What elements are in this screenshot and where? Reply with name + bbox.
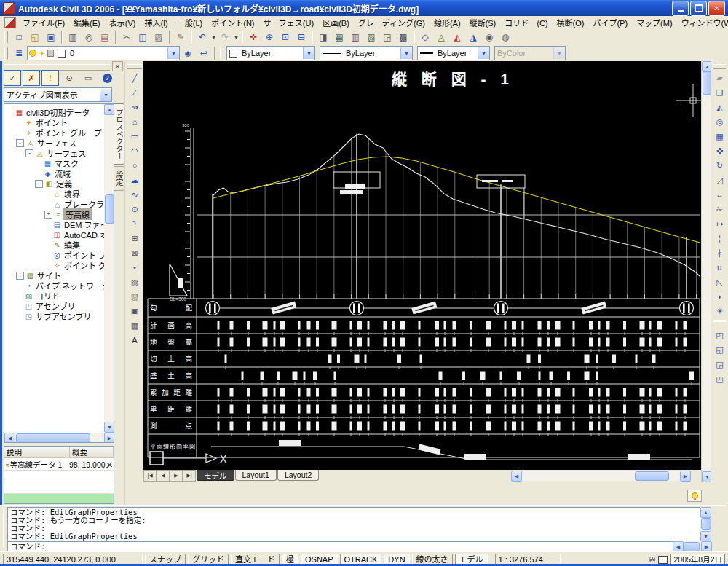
settings-toggle-button[interactable]: ✗ [23, 70, 40, 86]
tree-expander-icon[interactable]: - [35, 180, 43, 188]
linetype-combobox[interactable]: ByLayer ▼ [320, 46, 413, 60]
command-vertical-scrollbar[interactable]: ▲ ▼ [700, 507, 711, 541]
layout-nav-button-0[interactable]: |◀ [143, 470, 157, 482]
layout-nav-button-3[interactable]: ▶| [183, 470, 196, 482]
table-button[interactable]: ▦ [127, 318, 143, 333]
markup-set-manager-button[interactable]: ◲ [379, 29, 395, 45]
region-button[interactable]: ▣ [127, 304, 143, 318]
tree-item[interactable]: -◬サーフェス [4, 138, 114, 148]
chevron-down-icon[interactable]: ▼ [478, 47, 489, 59]
layout-nav-button-2[interactable]: ▶ [170, 470, 183, 482]
toolbar-grip[interactable] [220, 47, 223, 59]
survey-toggle-button[interactable]: ! [41, 70, 59, 86]
menu-item-4[interactable]: 一般(L) [173, 15, 207, 30]
tray-cell[interactable] [687, 490, 702, 502]
move-button[interactable]: ✜ [712, 144, 727, 158]
array-button[interactable]: ▦ [712, 129, 727, 144]
tree-item[interactable]: △ブレークライン [4, 199, 114, 209]
survey-tools-button[interactable]: ◉ [481, 29, 497, 45]
arc-button[interactable]: ◠ [127, 144, 143, 158]
tab-model[interactable]: モデル [197, 470, 234, 481]
tool-palettes-button[interactable]: ▥ [347, 29, 363, 45]
extend-button[interactable]: ↦ [712, 216, 727, 231]
color-combobox[interactable]: ByLayer ▼ [226, 46, 315, 60]
column-header-summary[interactable]: 概要 [70, 447, 114, 457]
profile-view-canvas[interactable]: 縦 断 図 - 1300DL=300勾配計画高地盤高切土高盛土高累加距離単距離測… [143, 61, 701, 470]
undo-button[interactable]: ↶ [194, 29, 210, 45]
insert-block-button[interactable]: ⊞ [127, 231, 143, 245]
revcloud-button[interactable]: ☁ [127, 173, 143, 187]
alignment-tools-button[interactable]: ◭ [449, 29, 465, 45]
copy-object-button[interactable]: ❏ [712, 85, 727, 100]
tree-item[interactable]: ◈流域 [4, 168, 114, 178]
properties-button[interactable]: ◨ [315, 29, 331, 45]
mtext-button[interactable]: A [127, 333, 143, 347]
construction-line-button[interactable]: ∕ [127, 85, 143, 100]
open-button[interactable]: ◱ [27, 29, 43, 45]
designcenter-button[interactable]: ▦ [331, 29, 347, 45]
tree-item[interactable]: +▧サイト [4, 270, 114, 280]
toolbar-grip[interactable] [4, 31, 8, 43]
layer-previous-button[interactable]: ↩ [196, 45, 212, 61]
layer-manager-button[interactable]: ≣ [11, 45, 27, 61]
erase-button[interactable]: ▰ [712, 71, 727, 85]
send-under-button[interactable]: ◳ [712, 372, 727, 386]
cut-button[interactable]: ✂ [119, 29, 135, 45]
send-to-back-button[interactable]: ◱ [712, 342, 727, 357]
minimize-button[interactable] [672, 1, 689, 16]
tree-item[interactable]: ✧ポイント グループ [4, 127, 114, 138]
tab-layout1[interactable]: Layout1 [235, 470, 277, 481]
toolbar-grip[interactable] [713, 320, 726, 326]
profile-tools-button[interactable]: ◮ [465, 29, 481, 45]
quickcalc-button[interactable]: ▩ [395, 29, 411, 45]
tree-item[interactable]: ▨コリドー [4, 291, 114, 301]
menu-item-3[interactable]: 挿入(I) [140, 15, 172, 30]
chevron-down-icon[interactable]: ▼ [100, 89, 111, 101]
rectangle-button[interactable]: ▭ [127, 129, 143, 144]
make-layer-current-button[interactable]: ◉ [180, 45, 196, 61]
hatch-button[interactable]: ▨ [127, 275, 143, 289]
layer-combobox[interactable]: ☀ 0 ▼ [27, 46, 180, 60]
qnew-button[interactable]: □ [11, 29, 27, 45]
menu-item-7[interactable]: 区画(B) [318, 15, 354, 30]
menu-item-13[interactable]: パイプ(P) [588, 15, 632, 30]
chevron-down-icon[interactable]: ▼ [210, 30, 217, 44]
surface-tools-button[interactable]: ◬ [433, 29, 449, 45]
chevron-down-icon[interactable]: ▼ [233, 30, 240, 44]
menu-item-8[interactable]: グレーディング(G) [354, 15, 430, 30]
make-block-button[interactable]: ⊠ [127, 245, 143, 260]
menu-item-10[interactable]: 縦断(S) [465, 15, 501, 30]
tree-item[interactable]: ▦マスク [4, 158, 114, 168]
toolbar-grip[interactable] [4, 47, 8, 59]
join-button[interactable]: ∪ [712, 260, 727, 275]
drawing-icon[interactable] [4, 17, 16, 28]
close-button[interactable]: ✕ [708, 1, 725, 16]
restore-button[interactable] [690, 1, 707, 16]
publish-button[interactable]: ▤ [97, 29, 113, 45]
break-button[interactable]: ∤ [712, 245, 727, 260]
tree-item[interactable]: ✦ポイント [4, 117, 114, 127]
bring-above-button[interactable]: ◲ [712, 357, 727, 372]
chevron-down-icon[interactable]: ▼ [303, 47, 314, 59]
tab-layout2[interactable]: Layout2 [277, 470, 319, 481]
redo-button[interactable]: ↷ [217, 29, 233, 45]
zoom-realtime-button[interactable]: ⊕ [261, 29, 277, 45]
polyline-button[interactable]: ↝ [127, 100, 143, 114]
command-history[interactable]: コマンド: EditGraphPropertiesコマンド: もう一方のコーナー… [7, 507, 705, 543]
menu-item-5[interactable]: ポイント(N) [207, 15, 258, 30]
zoom-window-button[interactable]: ⊡ [277, 29, 293, 45]
canvas-horizontal-scrollbar[interactable]: ◀ ▶ [511, 471, 690, 481]
search-button[interactable]: ⊙ [60, 70, 78, 86]
tree-item[interactable]: -◧定義 [4, 178, 114, 189]
canvas-vertical-scrollbar[interactable]: ▲ ▼ [701, 61, 711, 482]
tree-item[interactable]: ▤DEM ファイル [4, 219, 114, 229]
spline-button[interactable]: ∿ [127, 187, 143, 202]
command-horizontal-scrollbar[interactable]: ◀ ▶ [673, 541, 711, 551]
stretch-button[interactable]: ↔ [712, 187, 727, 202]
tree-expander-icon[interactable]: + [44, 211, 52, 219]
tree-item[interactable]: ◔パイプ ネットワーク [4, 280, 114, 291]
point-tools-button[interactable]: ◇ [417, 29, 433, 45]
menu-item-0[interactable]: ファイル(F) [18, 15, 69, 30]
tree-vertical-scrollbar[interactable]: ▲ ▼ [104, 104, 114, 431]
polygon-button[interactable]: ⌂ [127, 114, 143, 129]
